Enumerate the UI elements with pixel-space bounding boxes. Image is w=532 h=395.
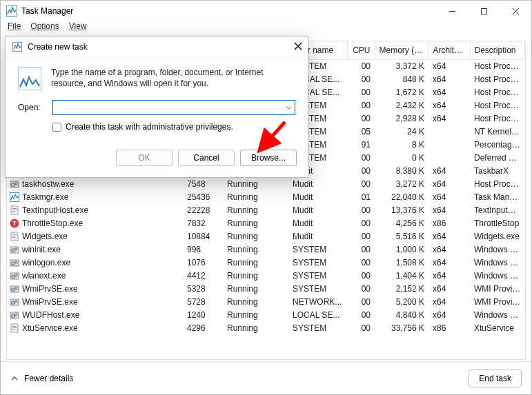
svg-rect-39: [12, 327, 17, 328]
process-user: LOCAL SE...: [288, 309, 347, 322]
col-cpu[interactable]: CPU: [347, 41, 375, 60]
process-cpu: 00: [347, 270, 375, 283]
process-cpu: 00: [347, 283, 375, 296]
dialog-title: Create new task: [28, 42, 88, 52]
admin-checkbox-label: Create this task with administrative pri…: [66, 122, 233, 132]
process-arch: x86: [428, 322, 470, 335]
chevron-up-icon: [10, 374, 19, 383]
process-pid: 7832: [183, 217, 223, 230]
col-memory[interactable]: Memory (a...: [375, 41, 428, 60]
cancel-button[interactable]: Cancel: [178, 150, 235, 166]
table-row[interactable]: WmiPrvSE.exe5728RunningNETWORK...005,200…: [7, 296, 525, 309]
create-task-dialog: Create new task Type the name of a progr…: [5, 36, 308, 178]
table-row[interactable]: XtuService.exe4296RunningSYSTEM0033,756 …: [7, 322, 525, 335]
titlebar: Task Manager: [1, 1, 531, 21]
process-name: WmiPrvSE.exe: [22, 297, 78, 307]
dialog-titlebar: Create new task: [6, 37, 308, 57]
minimize-button[interactable]: [436, 1, 468, 21]
process-cpu: 00: [347, 178, 375, 191]
process-memory: 22,040 K: [375, 191, 428, 204]
admin-checkbox[interactable]: [52, 123, 61, 132]
process-desc: Host Process f: [470, 99, 525, 112]
ok-button[interactable]: OK: [116, 150, 173, 166]
process-name: wininit.exe: [22, 245, 61, 254]
menu-view[interactable]: View: [69, 21, 87, 35]
process-pid: 7548: [183, 178, 223, 191]
process-user: Mudit: [288, 230, 347, 243]
process-icon: [10, 245, 19, 254]
process-arch: x64: [428, 60, 470, 73]
process-icon: [10, 310, 19, 320]
browse-button[interactable]: Browse...: [240, 150, 297, 166]
process-arch: [428, 139, 470, 152]
footer: Fewer details End task: [1, 361, 531, 394]
process-icon: [10, 258, 19, 267]
table-row[interactable]: Widgets.exe10884RunningMudit005,516 Kx64…: [7, 230, 525, 243]
svg-rect-18: [12, 237, 15, 238]
table-row[interactable]: WUDFHost.exe1240RunningLOCAL SE...004,84…: [7, 309, 525, 322]
process-memory: 24 K: [375, 125, 428, 139]
open-combobox[interactable]: [52, 100, 295, 115]
table-row[interactable]: WmiPrvSE.exe5328RunningSYSTEM002,152 Kx6…: [7, 283, 525, 296]
col-desc[interactable]: Description: [470, 41, 525, 60]
process-pid: 5728: [183, 296, 223, 309]
process-memory: 5,516 K: [375, 230, 428, 243]
process-pid: 1076: [183, 256, 223, 270]
process-status: Running: [223, 217, 288, 230]
menu-file[interactable]: File: [8, 21, 21, 35]
process-status: Running: [223, 283, 288, 296]
process-status: Running: [223, 243, 288, 256]
maximize-button[interactable]: [468, 1, 500, 21]
process-desc: Host Process f: [470, 178, 525, 191]
process-icon: [10, 192, 19, 202]
process-desc: Percentage of: [470, 139, 525, 152]
open-input[interactable]: [53, 101, 282, 114]
process-user: Mudit: [288, 191, 347, 204]
fewer-details-button[interactable]: Fewer details: [10, 374, 73, 383]
process-arch: x64: [428, 309, 470, 322]
process-arch: x64: [428, 86, 470, 99]
table-row[interactable]: winlogon.exe1076RunningSYSTEM001,508 Kx6…: [7, 256, 525, 270]
process-status: Running: [223, 178, 288, 191]
col-arch[interactable]: Archite...: [428, 41, 470, 60]
process-memory: 848 K: [375, 73, 428, 86]
process-arch: x64: [428, 112, 470, 125]
svg-rect-12: [12, 211, 15, 212]
table-row[interactable]: wlanext.exe4412RunningSYSTEM001,404 Kx64…: [7, 270, 525, 283]
process-desc: XtuService: [470, 322, 525, 335]
process-desc: ThrottleStop: [470, 217, 525, 230]
process-name: winlogon.exe: [22, 258, 70, 267]
process-name: WUDFHost.exe: [22, 310, 79, 320]
process-desc: Deferred proce: [470, 152, 525, 165]
process-desc: Windows Start: [470, 243, 525, 256]
run-icon: [18, 67, 41, 90]
process-arch: [428, 152, 470, 165]
process-cpu: 00: [347, 309, 375, 322]
process-cpu: 00: [347, 230, 375, 243]
svg-rect-17: [12, 236, 17, 236]
table-row[interactable]: wininit.exe996RunningSYSTEM001,000 Kx64W…: [7, 243, 525, 256]
table-row[interactable]: Taskmgr.exe25436RunningMudit0122,040 Kx6…: [7, 191, 525, 204]
process-arch: x64: [428, 243, 470, 256]
process-arch: x64: [428, 99, 470, 112]
end-task-button[interactable]: End task: [469, 369, 522, 387]
table-row[interactable]: taskhostw.exe7548RunningMudit003,272 Kx6…: [7, 178, 525, 191]
menu-options[interactable]: Options: [30, 21, 59, 35]
process-memory: 5,200 K: [375, 296, 428, 309]
table-row[interactable]: TextInputHost.exe22228RunningMudit0013,3…: [7, 204, 525, 217]
process-icon: [10, 205, 19, 215]
table-row[interactable]: TThrottleStop.exe7832RunningMudit004,256…: [7, 217, 525, 230]
dialog-close-button[interactable]: [294, 41, 302, 52]
process-cpu: 00: [347, 296, 375, 309]
svg-rect-16: [12, 234, 17, 235]
chevron-down-icon[interactable]: [282, 101, 295, 114]
process-pid: 996: [183, 243, 223, 256]
close-button[interactable]: [500, 1, 531, 21]
dialog-instruction-text: Type the name of a program, folder, docu…: [51, 67, 295, 89]
process-desc: WMI Provider: [470, 283, 525, 296]
process-memory: 2,152 K: [375, 283, 428, 296]
process-icon: [10, 271, 19, 281]
process-desc: Task Manager: [470, 191, 525, 204]
process-desc: Windows Wire: [470, 270, 525, 283]
process-arch: x64: [428, 256, 470, 270]
